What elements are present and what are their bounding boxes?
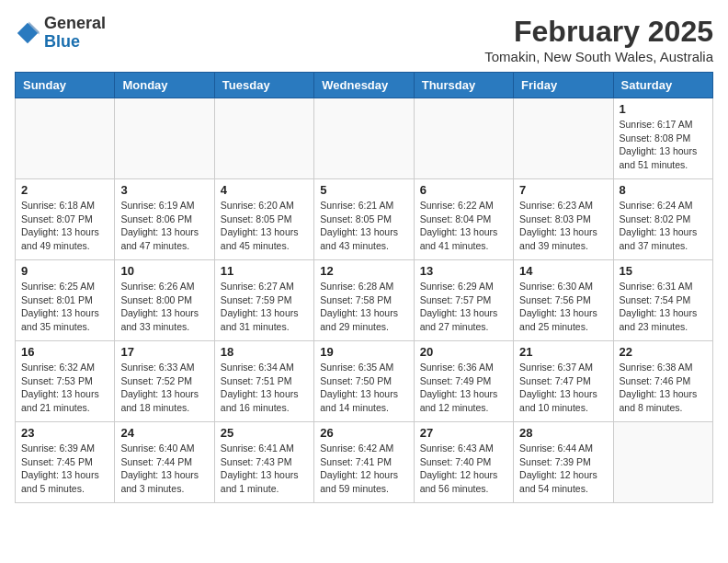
calendar-cell: 26Sunrise: 6:42 AM Sunset: 7:41 PM Dayli… [314,422,414,503]
title-block: February 2025 Tomakin, New South Wales, … [484,15,713,64]
calendar-cell: 2Sunrise: 6:18 AM Sunset: 8:07 PM Daylig… [16,179,115,260]
day-number: 5 [320,183,407,197]
day-number: 15 [620,264,707,278]
calendar-cell: 22Sunrise: 6:38 AM Sunset: 7:46 PM Dayli… [613,341,712,422]
calendar-cell: 19Sunrise: 6:35 AM Sunset: 7:50 PM Dayli… [314,341,414,422]
calendar-cell: 13Sunrise: 6:29 AM Sunset: 7:57 PM Dayli… [414,260,513,341]
weekday-header-row: SundayMondayTuesdayWednesdayThursdayFrid… [16,73,713,98]
calendar-cell [613,422,712,503]
day-number: 8 [620,183,707,197]
day-number: 2 [21,183,108,197]
day-info: Sunrise: 6:39 AM Sunset: 7:45 PM Dayligh… [21,442,108,496]
day-number: 25 [221,426,308,440]
calendar-table: SundayMondayTuesdayWednesdayThursdayFrid… [15,72,713,503]
calendar-cell [16,98,115,179]
day-number: 16 [21,345,108,359]
day-info: Sunrise: 6:30 AM Sunset: 7:56 PM Dayligh… [519,280,607,334]
calendar-cell: 17Sunrise: 6:33 AM Sunset: 7:52 PM Dayli… [115,341,214,422]
day-number: 4 [221,183,308,197]
calendar-cell: 7Sunrise: 6:23 AM Sunset: 8:03 PM Daylig… [514,179,613,260]
calendar-cell: 12Sunrise: 6:28 AM Sunset: 7:58 PM Dayli… [314,260,414,341]
day-info: Sunrise: 6:25 AM Sunset: 8:01 PM Dayligh… [21,280,108,334]
calendar-cell: 16Sunrise: 6:32 AM Sunset: 7:53 PM Dayli… [16,341,115,422]
calendar-cell: 4Sunrise: 6:20 AM Sunset: 8:05 PM Daylig… [214,179,313,260]
day-info: Sunrise: 6:44 AM Sunset: 7:39 PM Dayligh… [519,442,607,496]
day-info: Sunrise: 6:37 AM Sunset: 7:47 PM Dayligh… [519,361,607,415]
day-number: 20 [420,345,507,359]
day-info: Sunrise: 6:43 AM Sunset: 7:40 PM Dayligh… [420,442,507,496]
location: Tomakin, New South Wales, Australia [484,49,713,64]
calendar-cell: 9Sunrise: 6:25 AM Sunset: 8:01 PM Daylig… [16,260,115,341]
day-info: Sunrise: 6:19 AM Sunset: 8:06 PM Dayligh… [120,199,208,253]
day-number: 21 [519,345,607,359]
calendar-cell [214,98,313,179]
calendar-cell: 28Sunrise: 6:44 AM Sunset: 7:39 PM Dayli… [514,422,613,503]
day-info: Sunrise: 6:31 AM Sunset: 7:54 PM Dayligh… [620,280,707,334]
day-number: 17 [120,345,208,359]
calendar-cell: 20Sunrise: 6:36 AM Sunset: 7:49 PM Dayli… [414,341,513,422]
calendar-cell: 11Sunrise: 6:27 AM Sunset: 7:59 PM Dayli… [214,260,313,341]
calendar-cell: 8Sunrise: 6:24 AM Sunset: 8:02 PM Daylig… [613,179,712,260]
calendar-cell: 27Sunrise: 6:43 AM Sunset: 7:40 PM Dayli… [414,422,513,503]
calendar-cell: 18Sunrise: 6:34 AM Sunset: 7:51 PM Dayli… [214,341,313,422]
day-number: 19 [320,345,407,359]
day-info: Sunrise: 6:38 AM Sunset: 7:46 PM Dayligh… [620,361,707,415]
day-info: Sunrise: 6:36 AM Sunset: 7:49 PM Dayligh… [420,361,507,415]
week-row-3: 9Sunrise: 6:25 AM Sunset: 8:01 PM Daylig… [16,260,713,341]
day-number: 18 [221,345,308,359]
day-info: Sunrise: 6:40 AM Sunset: 7:44 PM Dayligh… [120,442,208,496]
calendar-cell [115,98,214,179]
day-number: 28 [519,426,607,440]
day-info: Sunrise: 6:23 AM Sunset: 8:03 PM Dayligh… [519,199,607,253]
day-info: Sunrise: 6:41 AM Sunset: 7:43 PM Dayligh… [221,442,308,496]
day-number: 24 [120,426,208,440]
day-number: 1 [620,102,707,116]
day-number: 13 [420,264,507,278]
page-header: General Blue February 2025 Tomakin, New … [15,15,713,64]
day-number: 12 [320,264,407,278]
day-number: 23 [21,426,108,440]
day-info: Sunrise: 6:18 AM Sunset: 8:07 PM Dayligh… [21,199,108,253]
logo-icon [15,20,40,46]
weekday-header-tuesday: Tuesday [214,73,313,98]
month-year: February 2025 [484,15,713,49]
week-row-1: 1Sunrise: 6:17 AM Sunset: 8:08 PM Daylig… [16,98,713,179]
weekday-header-thursday: Thursday [414,73,513,98]
calendar-cell: 21Sunrise: 6:37 AM Sunset: 7:47 PM Dayli… [514,341,613,422]
day-info: Sunrise: 6:34 AM Sunset: 7:51 PM Dayligh… [221,361,308,415]
day-number: 3 [120,183,208,197]
day-info: Sunrise: 6:33 AM Sunset: 7:52 PM Dayligh… [120,361,208,415]
day-info: Sunrise: 6:28 AM Sunset: 7:58 PM Dayligh… [320,280,407,334]
day-info: Sunrise: 6:20 AM Sunset: 8:05 PM Dayligh… [221,199,308,253]
svg-marker-0 [17,23,38,43]
day-info: Sunrise: 6:32 AM Sunset: 7:53 PM Dayligh… [21,361,108,415]
day-number: 9 [21,264,108,278]
weekday-header-wednesday: Wednesday [314,73,414,98]
day-number: 26 [320,426,407,440]
calendar-cell: 23Sunrise: 6:39 AM Sunset: 7:45 PM Dayli… [16,422,115,503]
day-number: 11 [221,264,308,278]
logo-general: General [44,14,106,32]
calendar-cell: 14Sunrise: 6:30 AM Sunset: 7:56 PM Dayli… [514,260,613,341]
calendar-cell: 15Sunrise: 6:31 AM Sunset: 7:54 PM Dayli… [613,260,712,341]
day-number: 6 [420,183,507,197]
day-info: Sunrise: 6:21 AM Sunset: 8:05 PM Dayligh… [320,199,407,253]
day-info: Sunrise: 6:42 AM Sunset: 7:41 PM Dayligh… [320,442,407,496]
calendar-cell: 5Sunrise: 6:21 AM Sunset: 8:05 PM Daylig… [314,179,414,260]
logo-text: General Blue [44,15,106,52]
calendar-cell: 24Sunrise: 6:40 AM Sunset: 7:44 PM Dayli… [115,422,214,503]
day-info: Sunrise: 6:17 AM Sunset: 8:08 PM Dayligh… [620,118,707,172]
logo-blue: Blue [44,32,80,51]
logo: General Blue [15,15,106,52]
weekday-header-monday: Monday [115,73,214,98]
day-number: 14 [519,264,607,278]
week-row-4: 16Sunrise: 6:32 AM Sunset: 7:53 PM Dayli… [16,341,713,422]
day-number: 7 [519,183,607,197]
day-info: Sunrise: 6:24 AM Sunset: 8:02 PM Dayligh… [620,199,707,253]
day-info: Sunrise: 6:22 AM Sunset: 8:04 PM Dayligh… [420,199,507,253]
week-row-2: 2Sunrise: 6:18 AM Sunset: 8:07 PM Daylig… [16,179,713,260]
day-info: Sunrise: 6:27 AM Sunset: 7:59 PM Dayligh… [221,280,308,334]
day-number: 22 [620,345,707,359]
weekday-header-friday: Friday [514,73,613,98]
day-info: Sunrise: 6:35 AM Sunset: 7:50 PM Dayligh… [320,361,407,415]
